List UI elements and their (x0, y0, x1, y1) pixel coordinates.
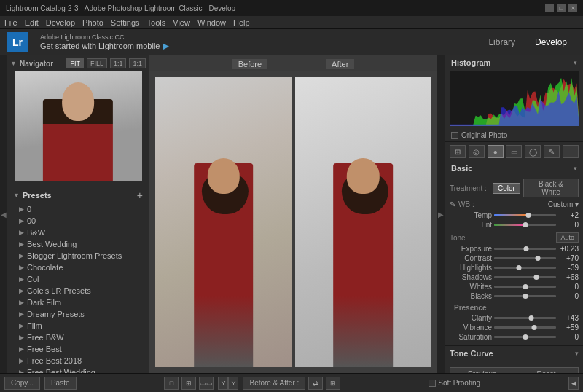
preset-item[interactable]: ▶Dreamy Presets (7, 308, 149, 320)
menu-develop[interactable]: Develop (46, 18, 75, 27)
spot-removal-tool[interactable]: ◎ (469, 145, 485, 158)
preset-arrow: ▶ (19, 357, 24, 364)
histogram-toggle[interactable]: ▾ (574, 59, 577, 66)
tab-library[interactable]: Library (480, 34, 524, 50)
add-preset-button[interactable]: + (137, 190, 143, 200)
tint-track[interactable] (494, 224, 556, 226)
crop-tool[interactable]: ⊞ (450, 145, 466, 158)
cta-arrow[interactable]: ▶ (163, 41, 169, 51)
tint-thumb[interactable] (523, 222, 528, 227)
wb-value[interactable]: Custom ▾ (548, 200, 579, 208)
preset-item[interactable]: ▶Free Best Wedding (7, 366, 149, 373)
saturation-thumb[interactable] (523, 334, 528, 340)
navigator-section: ▼ Navigator FIT FILL 1:1 1:1 (7, 55, 149, 184)
saturation-track[interactable] (494, 336, 556, 338)
tab-develop[interactable]: Develop (526, 34, 576, 50)
radial-filter-tool[interactable]: ◯ (525, 145, 541, 158)
contrast-thumb[interactable] (535, 256, 540, 261)
treatment-color-btn[interactable]: Color (493, 183, 520, 194)
clarity-thumb[interactable] (529, 315, 534, 321)
soft-proofing-checkbox[interactable] (429, 380, 436, 387)
copy-button[interactable]: Copy... (4, 377, 40, 390)
preset-label: Film (27, 321, 42, 330)
whites-thumb[interactable] (523, 284, 528, 289)
preset-item[interactable]: ▶Free Best 2018 (7, 355, 149, 366)
preset-item[interactable]: ▶Film (7, 320, 149, 332)
zoom-fit[interactable]: FIT (66, 58, 84, 68)
preset-item[interactable]: ▶Dark Film (7, 297, 149, 308)
graduated-filter-tool[interactable]: ▭ (506, 145, 522, 158)
whites-track[interactable] (494, 286, 556, 288)
menu-tools[interactable]: Tools (147, 18, 166, 27)
highlights-track[interactable] (494, 267, 556, 269)
tone-curve-toggle[interactable]: ▾ (575, 350, 579, 357)
preset-item[interactable]: ▶Free B&W (7, 332, 149, 343)
blacks-value: 0 (558, 292, 579, 300)
menu-help[interactable]: Help (233, 18, 250, 27)
shadows-thumb[interactable] (533, 275, 539, 280)
temp-thumb[interactable] (525, 213, 531, 218)
left-panel-toggle[interactable]: ◀ (0, 55, 7, 373)
tone-auto-btn[interactable]: Auto (556, 232, 579, 243)
vibrance-track[interactable] (494, 326, 556, 329)
previous-button[interactable]: Previous (450, 367, 514, 373)
preset-item[interactable]: ▶Col (7, 273, 149, 285)
reset-button[interactable]: Reset (514, 367, 579, 373)
menu-file[interactable]: File (4, 18, 17, 27)
nav-photo-placeholder (15, 71, 142, 181)
menu-view[interactable]: View (173, 18, 190, 27)
menu-photo[interactable]: Photo (82, 18, 103, 27)
histogram-chart (450, 71, 579, 126)
grid-view-btn[interactable]: ⊞ (181, 377, 196, 390)
adjustment-brush-tool[interactable]: ✎ (544, 145, 560, 158)
basic-toggle[interactable]: ▾ (574, 165, 577, 172)
more-tools[interactable]: ⋯ (563, 145, 579, 158)
contrast-track[interactable] (494, 257, 556, 259)
original-photo-checkbox[interactable] (451, 132, 458, 139)
whites-value: 0 (558, 283, 579, 291)
treatment-bw-btn[interactable]: Black & White (523, 179, 579, 197)
paste-button[interactable]: Paste (44, 377, 77, 390)
before-after-button[interactable]: Before & After : (243, 377, 305, 390)
blacks-thumb[interactable] (523, 294, 528, 299)
preset-item[interactable]: ▶Blogger Lightroom Presets (7, 250, 149, 262)
blacks-track[interactable] (494, 295, 556, 297)
swap-before-after[interactable]: ⇄ (308, 377, 323, 390)
panel-toggle-right[interactable]: ◀ (568, 377, 579, 390)
redeye-tool[interactable]: ● (488, 145, 504, 158)
compare-view-btn[interactable]: ▭▭ (199, 377, 214, 390)
temp-fill (494, 214, 528, 216)
clarity-track[interactable] (494, 317, 556, 319)
preset-item[interactable]: ▶0 (7, 203, 149, 215)
temp-track[interactable] (494, 214, 556, 216)
wb-eyedropper[interactable]: ✎ (450, 200, 455, 208)
minimize-button[interactable]: — (545, 4, 554, 12)
preset-item[interactable]: ▶Free Best (7, 343, 149, 355)
exposure-thumb[interactable] (524, 246, 529, 251)
zoom-fill[interactable]: FILL (87, 58, 107, 68)
close-button[interactable]: ✕ (568, 4, 577, 12)
exposure-track[interactable] (494, 248, 556, 250)
copy-settings[interactable]: ⊞ (326, 377, 340, 390)
preset-item[interactable]: ▶00 (7, 215, 149, 227)
preset-item[interactable]: ▶B&W (7, 227, 149, 238)
zoom-1-1[interactable]: 1:1 (110, 58, 127, 68)
loupe-view-btn[interactable]: □ (164, 377, 179, 390)
preset-item[interactable]: ▶Cole's LR Presets (7, 285, 149, 297)
zoom-custom[interactable]: 1:1 (129, 58, 146, 68)
maximize-button[interactable]: □ (557, 4, 566, 12)
preset-item[interactable]: ▶Best Wedding (7, 238, 149, 250)
navigator-collapse[interactable]: ▼ (10, 60, 17, 67)
vibrance-thumb[interactable] (532, 325, 537, 330)
presets-collapse[interactable]: ▼ (13, 192, 20, 199)
menu-settings[interactable]: Settings (111, 18, 140, 27)
after-photo (295, 77, 432, 367)
preset-arrow: ▶ (19, 229, 24, 236)
shadows-track[interactable] (494, 276, 556, 278)
menu-window[interactable]: Window (197, 18, 226, 27)
highlights-thumb[interactable] (517, 265, 522, 270)
channel-y[interactable]: Y (218, 377, 228, 390)
right-panel-toggle[interactable]: ▶ (437, 55, 445, 373)
preset-item[interactable]: ▶Chocolate (7, 262, 149, 273)
menu-edit[interactable]: Edit (25, 18, 39, 27)
